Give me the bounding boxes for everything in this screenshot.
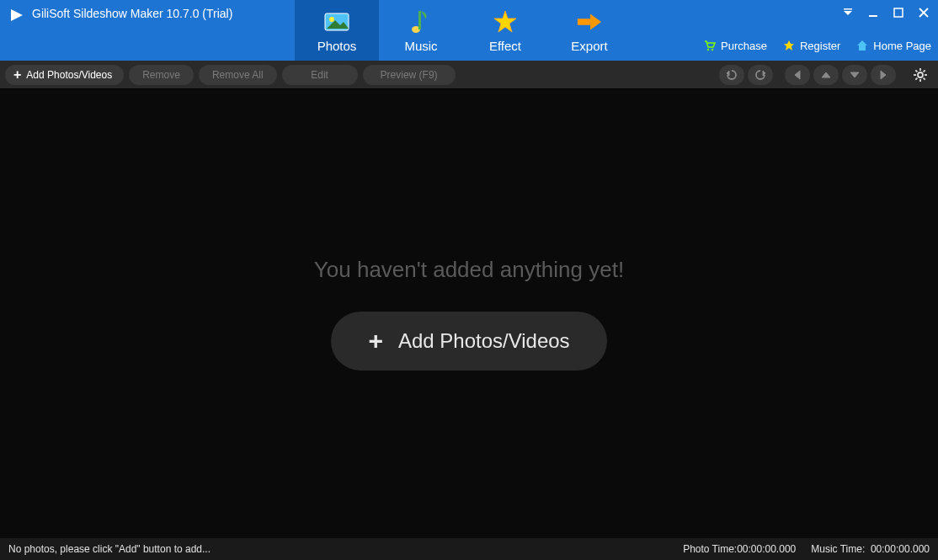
music-icon <box>408 8 434 35</box>
tab-export-label: Export <box>571 39 607 53</box>
remove-button[interactable]: Remove <box>129 65 194 85</box>
home-link[interactable]: Home Page <box>855 39 931 52</box>
preview-button[interactable]: Preview (F9) <box>363 65 456 85</box>
star-icon <box>782 39 796 52</box>
status-bar: No photos, please click "Add" button to … <box>0 538 938 560</box>
svg-point-15 <box>707 49 709 51</box>
svg-line-33 <box>915 77 917 79</box>
photos-icon <box>323 8 350 35</box>
purchase-label: Purchase <box>721 40 767 52</box>
svg-line-30 <box>915 70 917 72</box>
home-icon <box>855 39 869 52</box>
arrow-group <box>785 65 896 85</box>
register-label: Register <box>800 40 840 52</box>
tab-photos[interactable]: Photos <box>295 0 379 61</box>
svg-point-25 <box>918 72 923 77</box>
header-bar: GiliSoft Sildeshow Maker 10.7.0 (Trial) … <box>0 0 938 61</box>
effect-icon <box>492 8 519 35</box>
svg-line-32 <box>924 70 925 72</box>
svg-rect-11 <box>869 15 877 17</box>
rotate-right-button[interactable] <box>748 65 773 85</box>
svg-rect-7 <box>578 19 590 25</box>
add-photos-label: Add Photos/Videos <box>26 69 112 81</box>
add-photos-button[interactable]: + Add Photos/Videos <box>5 65 124 85</box>
move-right-button[interactable] <box>871 65 896 85</box>
svg-marker-9 <box>844 11 852 15</box>
purchase-link[interactable]: Purchase <box>703 39 767 52</box>
move-up-button[interactable] <box>813 65 839 85</box>
svg-marker-6 <box>494 11 516 32</box>
gear-icon <box>913 67 928 83</box>
add-photos-big-button[interactable]: + Add Photos/Videos <box>331 312 606 371</box>
window-controls <box>840 5 931 20</box>
app-logo-icon <box>8 7 25 24</box>
empty-message: You haven't added anything yet! <box>314 257 624 283</box>
remove-all-button[interactable]: Remove All <box>199 65 277 85</box>
status-times: Photo Time:00:00:00.000 Music Time: 00:0… <box>683 543 930 555</box>
svg-marker-17 <box>784 40 794 51</box>
rotate-group <box>719 65 773 85</box>
tab-effect-label: Effect <box>489 39 521 53</box>
rotate-left-button[interactable] <box>719 65 744 85</box>
status-hint: No photos, please click "Add" button to … <box>8 543 683 555</box>
cart-icon <box>703 39 717 52</box>
minimize-button[interactable] <box>866 5 881 20</box>
svg-rect-12 <box>894 8 903 17</box>
tab-strip: Photos Music Effect Export <box>295 0 632 61</box>
toolbar: + Add Photos/Videos Remove Remove All Ed… <box>0 61 938 89</box>
move-left-button[interactable] <box>785 65 810 85</box>
tab-music-label: Music <box>404 39 437 53</box>
add-photos-big-label: Add Photos/Videos <box>398 329 570 353</box>
svg-point-16 <box>711 49 713 51</box>
app-title: GiliSoft Sildeshow Maker 10.7.0 (Trial) <box>32 7 232 20</box>
music-time: Music Time: 00:00:00.000 <box>811 543 930 555</box>
svg-rect-5 <box>418 11 421 29</box>
tab-photos-label: Photos <box>317 39 357 53</box>
home-label: Home Page <box>873 40 931 52</box>
move-down-button[interactable] <box>842 65 867 85</box>
edit-button[interactable]: Edit <box>282 65 358 85</box>
tab-effect[interactable]: Effect <box>463 0 547 61</box>
svg-rect-10 <box>844 8 852 10</box>
register-link[interactable]: Register <box>782 39 840 52</box>
svg-marker-18 <box>857 40 867 51</box>
photo-time: Photo Time:00:00:00.000 <box>683 543 796 555</box>
main-area: You haven't added anything yet! + Add Ph… <box>0 89 938 538</box>
export-icon <box>576 8 603 35</box>
svg-marker-22 <box>822 72 830 77</box>
svg-marker-8 <box>590 13 601 29</box>
dropdown-icon[interactable] <box>840 5 855 20</box>
svg-marker-23 <box>850 72 859 77</box>
plus-big-icon: + <box>368 327 383 355</box>
tab-export[interactable]: Export <box>547 0 632 61</box>
svg-point-2 <box>329 17 334 22</box>
maximize-button[interactable] <box>891 5 906 20</box>
svg-line-31 <box>924 77 925 79</box>
plus-icon: + <box>13 67 21 83</box>
header-right: Purchase Register Home Page <box>703 0 938 61</box>
svg-marker-21 <box>795 71 800 79</box>
svg-marker-24 <box>881 71 886 79</box>
header-links: Purchase Register Home Page <box>703 39 931 52</box>
close-button[interactable] <box>916 5 931 20</box>
title-area: GiliSoft Sildeshow Maker 10.7.0 (Trial) <box>0 0 295 61</box>
settings-button[interactable] <box>908 65 933 85</box>
svg-marker-0 <box>11 9 23 21</box>
tab-music[interactable]: Music <box>379 0 463 61</box>
